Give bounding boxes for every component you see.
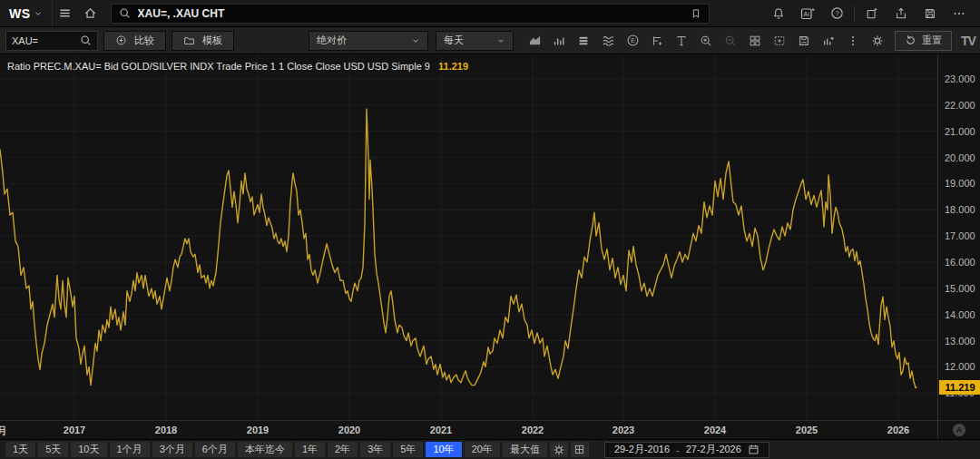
- axis-corner: A: [937, 420, 980, 439]
- time-tick-label: 2020: [338, 425, 360, 435]
- bookmark-icon[interactable]: [691, 8, 701, 19]
- hamburger-menu-icon[interactable]: [53, 0, 78, 27]
- search-icon: [119, 7, 131, 19]
- range-button-1个月[interactable]: 1个月: [110, 442, 150, 457]
- auto-scale-badge[interactable]: A: [953, 424, 965, 436]
- ws-logo: WS: [9, 6, 31, 21]
- new-window-icon[interactable]: [860, 0, 884, 27]
- symbol-input[interactable]: XAU=: [5, 31, 98, 51]
- text-tool-icon[interactable]: [671, 31, 691, 51]
- waves-icon[interactable]: [598, 31, 618, 51]
- home-icon[interactable]: [78, 0, 103, 27]
- range-button-6个月[interactable]: 6个月: [195, 442, 235, 457]
- tradingview-logo: TV: [961, 34, 975, 48]
- price-tick-label: 20.000: [945, 152, 975, 163]
- svg-text:E: E: [631, 37, 635, 44]
- price-axis[interactable]: 11.219 23.00022.00021.00020.00019.00018.…: [937, 54, 980, 420]
- range-settings-gear-icon[interactable]: [550, 442, 568, 457]
- date-range-picker[interactable]: 29-2月-2016 - 27-2月-2026: [604, 442, 769, 458]
- divider: [854, 5, 855, 22]
- top-right-actions: Ai?: [767, 0, 980, 27]
- reset-button[interactable]: 重置: [895, 31, 952, 51]
- legend-last-value: 11.219: [438, 61, 468, 72]
- template-button[interactable]: 模板: [172, 31, 234, 51]
- zoom-out-icon[interactable]: [720, 31, 740, 51]
- save-icon[interactable]: [918, 0, 942, 27]
- chevron-down-icon: [34, 9, 43, 18]
- share-icon[interactable]: [889, 0, 913, 27]
- range-button-2年[interactable]: 2年: [328, 442, 358, 457]
- bell-icon[interactable]: [767, 0, 790, 27]
- price-tick-label: 14.000: [945, 309, 975, 320]
- range-button-10年[interactable]: 10年: [426, 442, 461, 457]
- svg-text:Ai: Ai: [804, 11, 810, 17]
- date-to: 27-2月-2026: [686, 443, 741, 456]
- gear-icon[interactable]: [867, 31, 887, 51]
- template-label: 模板: [202, 34, 222, 47]
- time-tick-label: 2019: [247, 425, 269, 435]
- area-chart-icon[interactable]: [524, 31, 544, 51]
- range-button-1年[interactable]: 1年: [295, 442, 325, 457]
- range-button-本年迄今[interactable]: 本年迄今: [238, 442, 292, 457]
- range-button-5天[interactable]: 5天: [38, 442, 68, 457]
- chevron-down-icon: [496, 36, 505, 45]
- price-tick-label: 13.000: [945, 336, 975, 347]
- save-chart-icon[interactable]: [794, 31, 814, 51]
- compare-label: 比较: [134, 34, 154, 47]
- last-price-tag: 11.219: [939, 380, 980, 395]
- range-button-3年[interactable]: 3年: [360, 442, 390, 457]
- time-tick-label: 2021: [430, 425, 452, 435]
- measure-icon[interactable]: [647, 31, 667, 51]
- price-tick-label: 19.000: [945, 178, 975, 189]
- time-tick-label: 2022: [522, 425, 544, 435]
- svg-text:?: ?: [835, 9, 838, 17]
- interval-select[interactable]: 每天: [436, 31, 514, 51]
- ws-app-menu[interactable]: WS: [0, 0, 53, 27]
- time-tick-label: 月: [0, 425, 7, 438]
- layers-icon[interactable]: [573, 31, 593, 51]
- range-button-20年[interactable]: 20年: [465, 442, 500, 457]
- price-tick-label: 22.000: [945, 100, 975, 111]
- zoom-in-icon[interactable]: [696, 31, 716, 51]
- date-from: 29-2月-2016: [614, 443, 670, 456]
- price-tick-label: 12.000: [945, 361, 975, 372]
- screenshot-icon[interactable]: [769, 31, 789, 51]
- global-search-input[interactable]: XAU=, .XAU CHT: [111, 4, 710, 24]
- price-tick-label: 15.000: [945, 283, 975, 294]
- kebab-menu-icon[interactable]: [843, 31, 863, 51]
- chart-tool-icons: E: [524, 31, 887, 51]
- range-toolbar: 1天5天10天1个月3个月6个月本年迄今1年2年3年5年10年20年最大值 29…: [0, 439, 980, 459]
- help-icon[interactable]: ?: [825, 0, 848, 27]
- ai-assistant-icon[interactable]: Ai: [796, 0, 819, 27]
- bar-chart-icon[interactable]: [549, 31, 569, 51]
- compare-button[interactable]: 比较: [103, 31, 166, 51]
- search-icon: [80, 34, 92, 46]
- range-button-10天[interactable]: 10天: [71, 442, 106, 457]
- price-mode-select[interactable]: 绝对价: [309, 31, 428, 51]
- range-buttons: 1天5天10天1个月3个月6个月本年迄今1年2年3年5年10年20年最大值: [5, 442, 550, 457]
- events-icon[interactable]: E: [622, 31, 642, 51]
- time-tick-label: 2018: [155, 425, 177, 435]
- time-tick-label: 2023: [612, 425, 634, 435]
- add-chart-icon[interactable]: [818, 31, 838, 51]
- range-button-最大值[interactable]: 最大值: [503, 442, 547, 457]
- folder-icon: [183, 34, 195, 46]
- chart-plot-area[interactable]: Ratio PREC.M.XAU= Bid GOLD/SILVER INDX T…: [0, 54, 937, 420]
- more-icon[interactable]: [947, 0, 971, 27]
- chevron-down-icon: [411, 36, 420, 45]
- price-tick-label: 21.000: [945, 126, 975, 137]
- interval-grid-icon[interactable]: [571, 442, 589, 457]
- chart-legend: Ratio PREC.M.XAU= Bid GOLD/SILVER INDX T…: [7, 61, 468, 72]
- time-tick-label: 2025: [796, 425, 818, 435]
- time-axis[interactable]: 月201720182019202020212022202320242025202…: [0, 420, 937, 439]
- grid-layout-icon[interactable]: [745, 31, 765, 51]
- calendar-icon: [748, 444, 760, 455]
- range-button-5年[interactable]: 5年: [393, 442, 423, 457]
- price-mode-value: 绝对价: [317, 34, 411, 47]
- reset-label: 重置: [922, 34, 942, 47]
- chart-toolbar: XAU= 比较 模板 绝对价 每天 E 重置 TV: [0, 27, 980, 54]
- price-line-chart: [0, 54, 937, 420]
- price-tick-label: 23.000: [945, 73, 975, 84]
- range-button-3个月[interactable]: 3个月: [152, 442, 192, 457]
- range-button-1天[interactable]: 1天: [5, 442, 35, 457]
